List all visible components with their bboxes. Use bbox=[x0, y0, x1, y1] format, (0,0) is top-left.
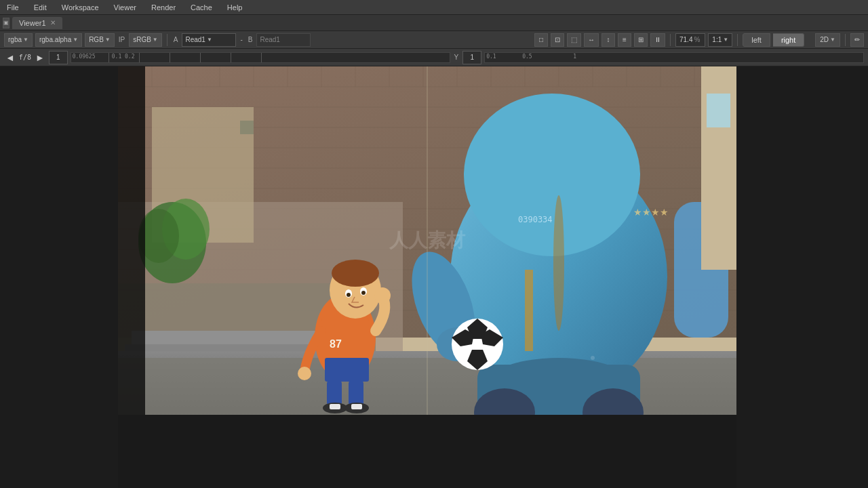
lut-arrow: ▼ bbox=[153, 37, 158, 43]
y-time-start: 0.1 bbox=[486, 54, 496, 60]
input-b-label: B bbox=[247, 36, 254, 43]
tab-label: Viewer1 bbox=[19, 19, 46, 27]
input-b-value: Read1 bbox=[260, 36, 279, 43]
left-panel bbox=[0, 66, 118, 488]
right-panel bbox=[736, 66, 868, 488]
x-timeline-bar[interactable]: 0.09625 0.1 0.2 bbox=[71, 52, 450, 63]
channel-overlay-btn[interactable]: ≡ bbox=[618, 33, 631, 47]
zoom-value: 71.4 bbox=[679, 36, 692, 43]
svg-text:87: 87 bbox=[330, 338, 342, 350]
menu-viewer[interactable]: Viewer bbox=[111, 2, 139, 13]
separator4 bbox=[845, 34, 846, 46]
tick-1 bbox=[108, 53, 109, 62]
svg-point-69 bbox=[332, 260, 379, 287]
colorspace-select[interactable]: RGB ▼ bbox=[85, 33, 115, 47]
menu-workspace[interactable]: Workspace bbox=[59, 2, 102, 13]
svg-point-42 bbox=[464, 94, 640, 256]
lut-label: sRGB bbox=[133, 36, 151, 43]
mode-2d-label: 2D bbox=[820, 36, 829, 43]
channel-select-label: rgba bbox=[8, 36, 22, 43]
svg-rect-80 bbox=[330, 404, 340, 409]
controls-row2: ◄ f/8 ► 0.09625 0.1 0.2 Y 0.1 0.5 1 bbox=[0, 49, 868, 66]
separator2 bbox=[670, 34, 671, 46]
viewer-container[interactable]: 0390334 ★★★★ bbox=[0, 66, 868, 488]
ab-separator: - bbox=[239, 36, 243, 43]
input-a-value: Read1 bbox=[185, 36, 205, 43]
svg-rect-33 bbox=[132, 331, 335, 344]
right-btn[interactable]: right bbox=[773, 33, 804, 47]
paint-btn[interactable]: ✏ bbox=[850, 33, 864, 47]
separator1 bbox=[167, 34, 167, 46]
frame-next-btn[interactable]: ► bbox=[34, 52, 46, 63]
fliph-btn[interactable]: ↔ bbox=[584, 33, 599, 47]
y-time-mid: 0.5 bbox=[522, 54, 532, 60]
tab-close-btn[interactable]: ✕ bbox=[50, 19, 56, 26]
svg-rect-77 bbox=[349, 380, 363, 407]
menu-render[interactable]: Render bbox=[149, 2, 178, 13]
svg-rect-86 bbox=[707, 94, 730, 127]
y-timeline-bar[interactable]: 0.1 0.5 1 bbox=[484, 52, 864, 63]
svg-point-61 bbox=[553, 195, 564, 331]
ratio-arrow: ▼ bbox=[723, 37, 728, 43]
svg-point-89 bbox=[591, 356, 595, 360]
svg-point-75 bbox=[298, 367, 311, 380]
svg-rect-81 bbox=[351, 404, 362, 409]
tick-4 bbox=[200, 53, 201, 62]
svg-text:0390334: 0390334 bbox=[518, 215, 553, 224]
menu-help[interactable]: Help bbox=[224, 2, 245, 13]
menu-file[interactable]: File bbox=[4, 2, 22, 13]
svg-rect-67 bbox=[325, 358, 369, 382]
ratio-value: 1:1 bbox=[712, 36, 722, 43]
controls-row1: rgba ▼ rgba.alpha ▼ RGB ▼ IP sRGB ▼ A Re… bbox=[0, 31, 868, 49]
separator3 bbox=[737, 34, 738, 46]
time-mid: 0.1 0.2 bbox=[112, 54, 135, 60]
colorspace-label: RGB bbox=[89, 36, 104, 43]
scene-image: 0390334 ★★★★ bbox=[118, 66, 736, 415]
frame-number-input[interactable] bbox=[49, 51, 68, 64]
maximize-btn[interactable]: □ bbox=[534, 33, 548, 47]
channel-select-arrow: ▼ bbox=[23, 37, 28, 43]
lut-select[interactable]: sRGB ▼ bbox=[129, 33, 162, 47]
viewer-icon: ▣ bbox=[3, 18, 9, 28]
flipv-btn[interactable]: ↕ bbox=[601, 33, 615, 47]
input-a-label: A bbox=[172, 36, 180, 43]
input-a-arrow: ▼ bbox=[207, 37, 212, 43]
left-btn[interactable]: left bbox=[743, 33, 770, 47]
tick-3 bbox=[170, 53, 170, 62]
viewer1-tab[interactable]: Viewer1 ✕ bbox=[12, 17, 62, 29]
frame-display: f/8 bbox=[19, 54, 31, 61]
roi-btn[interactable]: ⬚ bbox=[567, 33, 581, 47]
svg-point-74 bbox=[374, 287, 391, 304]
mode-2d-arrow: ▼ bbox=[830, 37, 835, 43]
tick-6 bbox=[261, 53, 262, 62]
svg-point-73 bbox=[361, 291, 366, 295]
pause-btn[interactable]: ⏸ bbox=[650, 33, 665, 47]
zoom-display: 71.4 % bbox=[675, 33, 705, 47]
tick-2 bbox=[139, 53, 140, 62]
ip-label: IP bbox=[117, 36, 126, 43]
channel-alpha-arrow: ▼ bbox=[73, 37, 78, 43]
input-a-select[interactable]: Read1 ▼ bbox=[182, 33, 236, 47]
channel-select[interactable]: rgba ▼ bbox=[4, 33, 33, 47]
menu-edit[interactable]: Edit bbox=[31, 2, 50, 13]
main-layout: 0390334 ★★★★ bbox=[0, 66, 868, 488]
svg-rect-88 bbox=[118, 66, 145, 415]
svg-rect-60 bbox=[525, 270, 533, 351]
tick-5 bbox=[231, 53, 231, 62]
fullscreen-btn[interactable]: ⊡ bbox=[551, 33, 564, 47]
svg-text:★★★★: ★★★★ bbox=[633, 207, 669, 218]
y-value-input[interactable] bbox=[462, 51, 481, 64]
input-b-select[interactable]: Read1 bbox=[256, 33, 311, 47]
tab-bar: ▣ Viewer1 ✕ bbox=[0, 15, 868, 31]
menu-cache[interactable]: Cache bbox=[188, 2, 215, 13]
frame-prev-btn[interactable]: ◄ bbox=[4, 52, 16, 63]
colorspace-arrow: ▼ bbox=[105, 37, 111, 43]
svg-rect-38 bbox=[240, 121, 254, 134]
y-time-end: 1 bbox=[573, 54, 576, 60]
channel-alpha-select[interactable]: rgba.alpha ▼ bbox=[35, 33, 82, 47]
mode-2d-btn[interactable]: 2D ▼ bbox=[815, 33, 840, 47]
compare-btn[interactable]: ⊞ bbox=[634, 33, 648, 47]
channel-alpha-label: rgba.alpha bbox=[39, 36, 71, 43]
zoom-unit: % bbox=[694, 36, 700, 43]
svg-rect-65 bbox=[321, 317, 369, 365]
